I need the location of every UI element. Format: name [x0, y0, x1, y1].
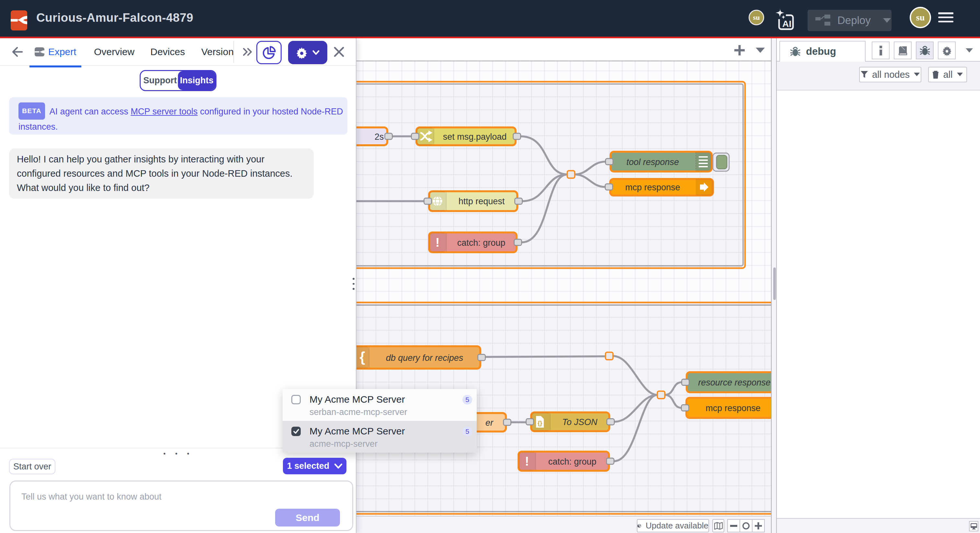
svg-text:http request: http request: [458, 196, 505, 206]
svg-text:{}: {}: [538, 420, 542, 426]
svg-text:tool response: tool response: [627, 157, 679, 167]
svg-text:er: er: [485, 418, 493, 428]
svg-text:{: {: [360, 349, 365, 365]
svg-text:catch: group: catch: group: [457, 238, 506, 248]
svg-text:mcp response: mcp response: [705, 403, 760, 413]
svg-text:!: !: [525, 455, 529, 468]
svg-text:2s: 2s: [375, 132, 384, 142]
svg-text:resource response: resource response: [698, 378, 771, 388]
svg-text:set msg.payload: set msg.payload: [443, 132, 507, 142]
svg-text:!: !: [436, 236, 440, 249]
svg-text:mcp response: mcp response: [625, 182, 680, 192]
svg-text:db query for recipes: db query for recipes: [386, 353, 463, 363]
svg-text:AI: AI: [782, 19, 791, 29]
svg-text:catch: group: catch: group: [548, 457, 597, 466]
svg-text:To JSON: To JSON: [562, 417, 598, 427]
